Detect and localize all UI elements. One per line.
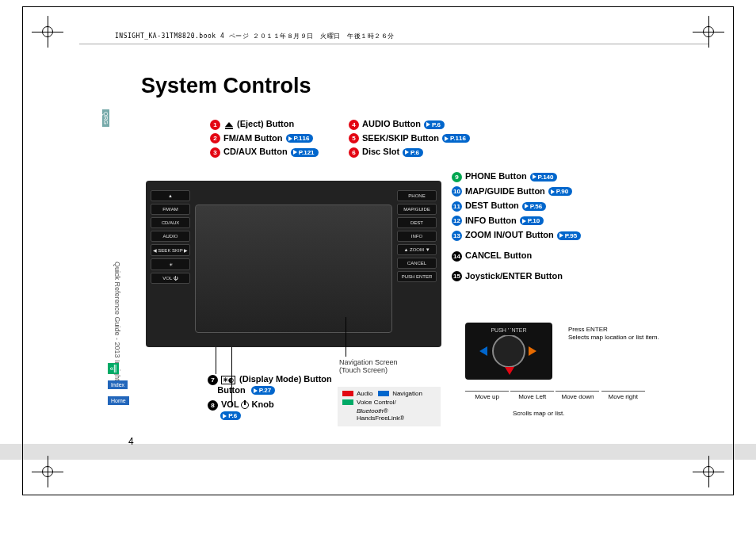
dash-display-button[interactable]: ☀ — [151, 258, 190, 270]
callout-label: SEEK/SKIP Button — [362, 133, 439, 143]
dash-zoom-button[interactable]: ▲ ZOOM ▼ — [397, 244, 437, 255]
display-mode-icon: ☀◐ — [221, 376, 235, 384]
callout-label: Disc Slot — [362, 147, 399, 156]
arrow-right-icon — [529, 346, 536, 356]
page-ref-link[interactable]: P.140 — [530, 173, 558, 182]
joystick-direction-labels: Move up Move Left Move down Move right — [465, 391, 645, 400]
callout-label: AUDIO Button — [362, 119, 421, 128]
legend-label: Bluetooth — [357, 407, 384, 415]
page-ref-link[interactable]: P.6 — [403, 148, 423, 157]
dash-fmam-button[interactable]: FM/AM — [151, 204, 190, 215]
callout-label: INFO Button — [465, 216, 517, 225]
joystick-label-right: Move right — [601, 391, 645, 400]
callout-label: FM/AM Button — [223, 133, 283, 143]
dash-seekskip-button[interactable]: ◀ SEEK SKIP ▶ — [151, 244, 190, 256]
sidebar-home-link[interactable]: Home — [108, 396, 129, 405]
sidebar-qrg-tag[interactable]: QRG — [102, 109, 109, 127]
callout-label-prefix: VOL — [221, 399, 239, 409]
callout-bullet: 2 — [210, 133, 220, 143]
callout-label: (Display Mode) Button — [239, 374, 332, 384]
page-ref-link[interactable]: P.121 — [291, 148, 319, 157]
dash-audio-button[interactable]: AUDIO — [151, 231, 190, 242]
page-number: 4 — [128, 436, 134, 447]
page-ref-link[interactable]: P.116 — [442, 134, 470, 143]
legend-label: Voice Control/ — [357, 399, 396, 406]
cropmark-icon — [32, 456, 63, 487]
joystick-label-down: Move down — [556, 391, 599, 400]
cropmark-icon — [32, 16, 63, 48]
sidebar-index-link[interactable]: Index — [108, 380, 128, 389]
page-title: System Controls — [141, 74, 311, 98]
callout-label: (Eject) Button — [237, 119, 294, 128]
sidebar-voice-icon[interactable]: «ǁ — [108, 363, 119, 374]
joystick-photo: PUSH ENTER — [465, 323, 552, 380]
callout-group-right: 9PHONE ButtonP.140 10MAP/GUIDE ButtonP.9… — [452, 171, 581, 285]
page-ref-link[interactable]: P.116 — [286, 134, 314, 143]
callout-label: Knob — [252, 399, 274, 409]
dash-phone-button[interactable]: PHONE — [397, 190, 437, 201]
eject-icon — [225, 122, 233, 127]
cropmark-icon — [693, 456, 724, 487]
color-legend: Audio Navigation Voice Control/ Bluetoot… — [338, 387, 441, 426]
joystick-press-caption: Press ENTER Selects map location or list… — [568, 326, 659, 341]
dash-eject-button[interactable]: ▲ — [151, 190, 190, 201]
joystick-label-up: Move up — [465, 391, 509, 400]
legend-swatch-voice — [342, 399, 353, 405]
legend-label: Navigation — [392, 390, 422, 397]
callout-group-top-left: 1 (Eject) Button 2FM/AM ButtonP.116 3CD/… — [210, 119, 319, 161]
callout-bullet: 4 — [349, 120, 359, 130]
callout-bullet: 1 — [210, 120, 220, 130]
dash-cdaux-button[interactable]: CD/AUX — [151, 217, 190, 228]
legend-swatch-audio — [342, 391, 353, 396]
callout-label: Joystick/ENTER Button — [465, 271, 563, 281]
leader-line — [216, 347, 216, 374]
page-ref-link[interactable]: P.27 — [251, 386, 275, 395]
power-icon — [241, 401, 249, 409]
legend-label: Audio — [357, 390, 372, 397]
header-metadata: INSIGHT_KA-31TM8820.book 4 ページ ２０１１年８月９日… — [115, 32, 395, 40]
callout-bullet: 9 — [452, 172, 462, 182]
dash-info-button[interactable]: INFO — [397, 231, 437, 242]
callout-bullet: 11 — [452, 201, 462, 212]
page-ref-link[interactable]: P.95 — [557, 231, 581, 240]
arrow-left-icon — [479, 346, 487, 356]
callout-bullet: 8 — [208, 400, 218, 411]
dash-enter-button[interactable]: PUSH ENTER — [397, 271, 437, 282]
dash-cancel-button[interactable]: CANCEL — [397, 258, 437, 269]
header-rule — [79, 44, 708, 44]
page-ref-link[interactable]: P.10 — [520, 216, 544, 225]
dashboard-photo: ▲ FM/AM CD/AUX AUDIO ◀ SEEK SKIP ▶ ☀ VOL… — [146, 181, 441, 347]
callout-bullet: 6 — [349, 147, 359, 158]
navigation-screen-caption: Navigation Screen(Touch Screen) — [339, 358, 418, 374]
callout-bullet: 13 — [452, 231, 462, 241]
arrow-down-icon — [505, 367, 514, 375]
arrow-up-icon — [505, 327, 514, 335]
page-ref-link[interactable]: P.90 — [548, 187, 572, 196]
dash-dest-button[interactable]: DEST — [397, 217, 437, 228]
dashboard-left-buttons: ▲ FM/AM CD/AUX AUDIO ◀ SEEK SKIP ▶ ☀ VOL… — [151, 190, 190, 286]
callout-label: ZOOM IN/OUT Button — [465, 230, 554, 239]
callout-label: CD/AUX Button — [223, 147, 288, 156]
page-ref-link[interactable]: P.6 — [220, 411, 241, 420]
callout-bullet: 14 — [452, 251, 462, 262]
legend-swatch-navigation — [378, 391, 389, 396]
cropmark-icon — [693, 16, 724, 48]
joystick-label-left: Move Left — [510, 391, 554, 400]
callout-label: MAP/GUIDE Button — [465, 186, 545, 196]
page-ref-link[interactable]: P.6 — [424, 120, 445, 129]
joystick-diagram: PUSH ENTER Press ENTER Selects map locat… — [465, 323, 703, 434]
page-ref-link[interactable]: P.56 — [522, 202, 546, 211]
callout-label: DEST Button — [465, 201, 519, 210]
callout-group-bottom: 7☀◐ (Display Mode) Button Button P.27 8V… — [208, 374, 332, 425]
dash-mapguide-button[interactable]: MAP/GUIDE — [397, 204, 437, 215]
joystick-scroll-caption: Scrolls map or list. — [513, 410, 564, 417]
callout-bullet: 12 — [452, 216, 462, 226]
leader-line — [231, 347, 232, 407]
callout-bullet: 10 — [452, 186, 462, 197]
callout-bullet: 15 — [452, 271, 462, 281]
callout-bullet: 5 — [349, 133, 359, 143]
callout-label: PHONE Button — [465, 171, 527, 181]
callout-bullet: 7 — [208, 375, 218, 385]
navigation-touchscreen[interactable] — [195, 204, 392, 333]
dash-vol-knob[interactable]: VOL ⏻ — [151, 273, 190, 284]
